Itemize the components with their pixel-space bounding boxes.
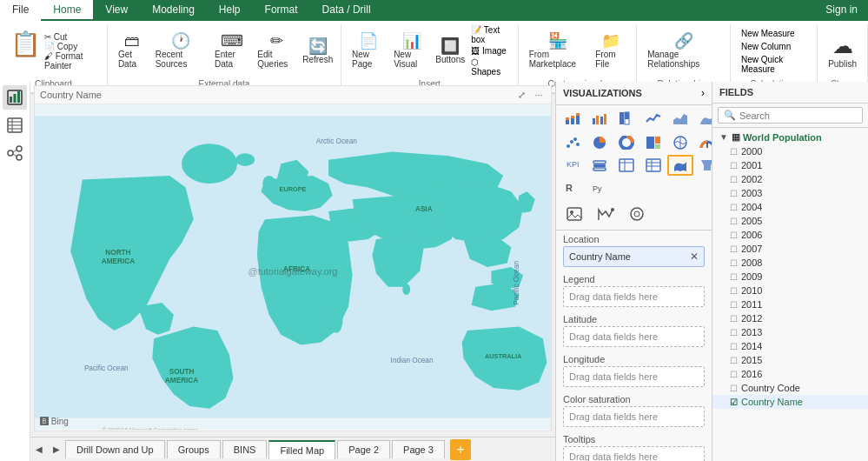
field-item-2008[interactable]: ☐2008 xyxy=(712,256,868,270)
viz-pie[interactable] xyxy=(586,132,613,153)
location-remove[interactable]: ✕ xyxy=(690,251,699,263)
field-item-country-code[interactable]: ☐Country Code xyxy=(712,381,868,395)
add-page-button[interactable]: + xyxy=(450,439,471,460)
new-visual-button[interactable]: 📊 New Visual xyxy=(390,31,433,70)
tab-home[interactable]: Home xyxy=(41,0,93,21)
model-view-icon[interactable] xyxy=(3,141,27,165)
tab-modeling[interactable]: Modeling xyxy=(140,0,207,21)
sign-in-button[interactable]: Sign in xyxy=(815,0,868,21)
copy-button[interactable]: 📄 Copy xyxy=(44,42,77,51)
viz-clustered-bar[interactable] xyxy=(586,108,613,129)
viz-filled-map[interactable] xyxy=(667,155,693,176)
viz-gauge[interactable] xyxy=(694,132,712,153)
shapes-button[interactable]: ⬡ Shapes xyxy=(467,57,510,77)
bing-logo: 🅱 Bing xyxy=(40,417,69,426)
viz-slicer[interactable] xyxy=(586,155,613,176)
field-item-2016[interactable]: ☐2016 xyxy=(712,367,868,381)
tab-page3[interactable]: Page 3 xyxy=(392,440,445,458)
field-item-2010[interactable]: ☐2010 xyxy=(712,284,868,297)
viz-map[interactable] xyxy=(667,132,693,153)
expand-canvas-button[interactable]: ⤢ xyxy=(514,88,528,102)
refresh-button[interactable]: 🔄 Refresh xyxy=(301,37,334,66)
new-page-button[interactable]: 📄 New Page xyxy=(348,31,388,70)
longitude-field[interactable]: Drag data fields here xyxy=(563,366,705,387)
text-box-button[interactable]: 📝 Text box xyxy=(467,24,510,45)
canvas-menu-button[interactable]: ··· xyxy=(532,88,546,102)
viz-scatter[interactable] xyxy=(560,132,586,153)
svg-point-53 xyxy=(570,140,573,144)
field-item-2015[interactable]: ☐2015 xyxy=(712,353,868,367)
field-item-2005[interactable]: ☐2005 xyxy=(712,214,868,228)
fields-search-input[interactable] xyxy=(739,110,859,121)
new-quick-measure-button[interactable]: New Quick Measure xyxy=(738,54,810,75)
viz-kpi[interactable]: KPI xyxy=(560,155,586,176)
field-item-2006[interactable]: ☐2006 xyxy=(712,228,868,242)
field-group-header[interactable]: ▼ ▦ World Population xyxy=(712,130,868,144)
legend-field[interactable]: Drag data fields here xyxy=(563,286,705,307)
cut-button[interactable]: ✂ Cut xyxy=(44,32,67,42)
viz-area[interactable] xyxy=(667,108,693,129)
viz-expand-button[interactable]: › xyxy=(701,87,705,99)
latitude-field[interactable]: Drag data fields here xyxy=(563,326,705,347)
viz-ribbon[interactable] xyxy=(694,108,712,129)
tab-drill-down[interactable]: Drill Down and Up xyxy=(65,440,165,458)
new-column-button[interactable]: New Column xyxy=(738,41,810,52)
viz-matrix[interactable] xyxy=(640,155,666,176)
enter-data-button[interactable]: ⌨ Enter Data xyxy=(211,31,252,70)
field-item-2012[interactable]: ☐2012 xyxy=(712,311,868,325)
tab-view[interactable]: View xyxy=(93,0,140,21)
paste-button[interactable]: 📋 ✂ Cut 📄 Copy 🖌 Format Painter xyxy=(7,30,100,72)
field-item-2013[interactable]: ☐2013 xyxy=(712,325,868,339)
viz-analytics-tool[interactable] xyxy=(593,204,619,224)
field-item-2007[interactable]: ☐2007 xyxy=(712,242,868,256)
tab-page2[interactable]: Page 2 xyxy=(337,440,390,458)
field-item-2014[interactable]: ☐2014 xyxy=(712,339,868,353)
viz-stacked-bar[interactable] xyxy=(560,108,586,129)
manage-relationships-button[interactable]: 🔗 Manage Relationships xyxy=(644,31,723,70)
field-item-2003[interactable]: ☐2003 xyxy=(712,186,868,200)
publish-button[interactable]: ☁ Publish xyxy=(825,32,860,70)
field-item-country-name[interactable]: ☑Country Name xyxy=(712,395,868,409)
viz-line[interactable] xyxy=(640,108,666,129)
tooltips-field[interactable]: Drag data fields here xyxy=(563,446,705,461)
report-view-icon[interactable] xyxy=(3,85,27,110)
format-painter-button[interactable]: 🖌 Format Painter xyxy=(44,51,96,70)
viz-format-tool[interactable] xyxy=(561,204,587,224)
field-item-2000[interactable]: ☐2000 xyxy=(712,144,868,158)
viz-r-script[interactable]: R xyxy=(560,177,586,198)
tab-groups[interactable]: Groups xyxy=(167,440,221,458)
viz-fields-tool[interactable] xyxy=(624,204,650,224)
field-item-2009[interactable]: ☐2009 xyxy=(712,270,868,284)
data-view-icon[interactable] xyxy=(3,113,27,137)
tab-file[interactable]: File xyxy=(0,0,41,21)
recent-sources-button[interactable]: 🕐 Recent Sources xyxy=(152,31,209,70)
tab-help[interactable]: Help xyxy=(207,0,253,21)
tab-prev-button[interactable]: ◀ xyxy=(30,438,48,462)
edit-queries-button[interactable]: ✏ Edit Queries xyxy=(254,31,300,70)
field-item-2002[interactable]: ☐2002 xyxy=(712,172,868,186)
svg-point-17 xyxy=(330,304,343,333)
color-saturation-field[interactable]: Drag data fields here xyxy=(563,406,705,427)
tab-format[interactable]: Format xyxy=(253,0,310,21)
tab-data-drill[interactable]: Data / Drill xyxy=(310,0,383,21)
tab-filled-map[interactable]: Filled Map xyxy=(268,440,335,459)
viz-python[interactable]: Py xyxy=(586,177,613,198)
viz-donut[interactable] xyxy=(613,132,639,153)
field-item-2011[interactable]: ☐2011 xyxy=(712,297,868,311)
field-item-2001[interactable]: ☐2001 xyxy=(712,158,868,172)
tab-next-button[interactable]: ▶ xyxy=(48,438,65,462)
viz-table[interactable] xyxy=(613,155,639,176)
viz-funnel[interactable] xyxy=(694,155,712,176)
tab-bins[interactable]: BINS xyxy=(222,440,268,458)
viz-treemap[interactable] xyxy=(640,132,666,153)
buttons-button[interactable]: 🔲 Buttons xyxy=(434,37,466,66)
from-marketplace-button[interactable]: 🏪 From Marketplace xyxy=(526,31,591,70)
viz-100-bar[interactable] xyxy=(613,108,639,129)
image-button[interactable]: 🖼 Image xyxy=(467,45,510,57)
location-field[interactable]: Country Name ✕ xyxy=(563,246,705,267)
field-checkbox-2002: ☐ xyxy=(730,175,738,184)
get-data-button[interactable]: 🗃 Get Data xyxy=(115,31,150,70)
new-measure-button[interactable]: New Measure xyxy=(738,28,810,39)
from-file-button[interactable]: 📁 From File xyxy=(592,31,629,70)
field-item-2004[interactable]: ☐2004 xyxy=(712,200,868,214)
